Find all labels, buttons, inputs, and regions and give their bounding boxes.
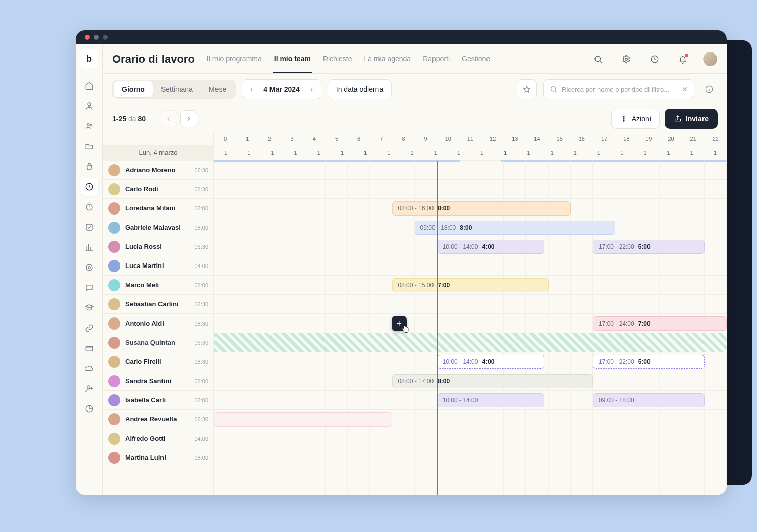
nav-pie[interactable] <box>80 400 98 418</box>
window-min-dot[interactable] <box>94 35 99 40</box>
actions-dropdown[interactable]: Azioni <box>611 109 660 129</box>
person-row[interactable]: Carlo Rodi08:30 <box>103 180 213 199</box>
nav-timer[interactable] <box>80 198 98 216</box>
svg-point-9 <box>87 386 90 389</box>
page-next[interactable] <box>180 110 197 127</box>
count-cell: 1 <box>284 145 307 160</box>
nav-bag[interactable] <box>80 157 98 176</box>
top-tab-5[interactable]: Gestione <box>461 45 491 73</box>
nav-analytics[interactable] <box>80 238 98 256</box>
shift-block[interactable]: 09:00 - 18:008:00 <box>415 221 616 235</box>
date-next[interactable]: › <box>305 85 319 93</box>
info-icon[interactable] <box>700 81 718 98</box>
person-time: 08:30 <box>194 321 208 327</box>
top-tab-4[interactable]: Rapporti <box>422 45 451 73</box>
search-icon[interactable] <box>589 50 607 68</box>
count-cell: 1 <box>307 145 331 160</box>
svg-point-16 <box>623 116 624 117</box>
nav-target[interactable] <box>80 258 98 277</box>
hour-label: 20 <box>660 132 682 145</box>
clear-icon[interactable]: ✕ <box>682 85 688 93</box>
nav-addperson[interactable] <box>80 380 98 398</box>
timeline-column: 012345678910111213141516171819202122 111… <box>214 132 727 495</box>
shift-block[interactable]: 17:00 - 22:005:00 <box>593 355 705 369</box>
view-toolbar: GiornoSettimanaMese ‹ 4 Mar 2024 › In da… <box>103 74 727 105</box>
nav-link[interactable] <box>80 319 98 337</box>
nav-cloud[interactable] <box>80 359 98 378</box>
favorite-button[interactable] <box>517 79 537 99</box>
person-row[interactable]: Susana Quintan06:30 <box>103 333 213 352</box>
nav-chat[interactable] <box>80 279 98 297</box>
person-name: Luca Martini <box>125 262 189 270</box>
nav-clock[interactable] <box>80 178 98 196</box>
shift-block[interactable]: 09:00 - 18:00 <box>593 393 705 407</box>
person-row[interactable]: Martina Luini08:00 <box>103 448 213 467</box>
person-row[interactable]: Alfredo Gotti04:00 <box>103 429 213 448</box>
window-max-dot[interactable] <box>103 35 108 40</box>
shift-block[interactable]: 17:00 - 24:007:00 <box>593 316 727 331</box>
person-name: Loredana Milani <box>125 204 189 212</box>
person-row[interactable]: Isabella Carli08:00 <box>103 391 213 410</box>
person-row[interactable]: Luca Martini04:00 <box>103 256 213 276</box>
bell-icon[interactable] <box>674 50 691 68</box>
activity-icon[interactable] <box>646 50 663 68</box>
settings-icon[interactable] <box>618 50 635 68</box>
shift-block[interactable]: 10:00 - 14:00 <box>437 393 544 407</box>
shift-block[interactable]: 10:00 - 14:004:00 <box>437 240 544 254</box>
count-cell: 1 <box>424 145 447 160</box>
avatar <box>108 452 120 464</box>
shift-block[interactable] <box>214 412 392 427</box>
avatar <box>108 183 120 195</box>
person-row[interactable]: Sebastian Carlini06:30 <box>103 295 213 314</box>
top-tab-2[interactable]: Richieste <box>322 45 353 73</box>
avatar <box>108 317 120 330</box>
count-cell: 1 <box>517 145 540 160</box>
user-avatar[interactable] <box>702 51 718 67</box>
left-nav-rail: b <box>76 44 103 495</box>
person-name: Adriano Moreno <box>125 166 189 174</box>
window-close-dot[interactable] <box>85 35 90 40</box>
view-seg-giorno[interactable]: Giorno <box>114 81 153 97</box>
shift-block[interactable]: 08:00 - 15:007:00 <box>392 278 548 292</box>
avatar <box>108 279 120 291</box>
person-row[interactable]: Andrea Revuelta06:30 <box>103 410 213 429</box>
person-name: Sandra Santini <box>125 377 189 385</box>
filter-search[interactable]: Ricerca per nome o per tipo di filtro...… <box>543 79 694 99</box>
nav-wallet[interactable] <box>80 339 98 357</box>
window-titlebar <box>76 30 727 44</box>
send-button[interactable]: Inviare <box>665 109 718 129</box>
date-prev[interactable]: ‹ <box>244 85 258 93</box>
top-tab-0[interactable]: Il mio programma <box>206 45 263 73</box>
nav-team[interactable] <box>80 117 98 135</box>
shift-block[interactable]: 08:00 - 17:008:00 <box>392 374 593 388</box>
shift-block[interactable]: 10:00 - 14:004:00 <box>437 355 544 369</box>
person-row[interactable]: Antonio Aldi08:30 <box>103 314 213 333</box>
nav-user[interactable] <box>80 97 98 115</box>
hour-label: 0 <box>214 132 236 145</box>
shift-block[interactable]: 08:00 - 16:008:00 <box>392 201 570 216</box>
nav-check[interactable] <box>80 218 98 236</box>
person-row[interactable]: Loredana Milani08:00 <box>103 199 213 218</box>
app-logo[interactable]: b <box>80 49 98 68</box>
hour-label: 6 <box>348 132 370 145</box>
nav-learn[interactable] <box>80 299 98 317</box>
top-tab-3[interactable]: La mia agenda <box>363 45 412 73</box>
view-seg-settimana[interactable]: Settimana <box>153 81 201 97</box>
person-row[interactable]: Carlo Firelli08:30 <box>103 352 213 371</box>
page-title: Orario di lavoro <box>112 52 195 66</box>
person-row[interactable]: Sandra Santini08:00 <box>103 371 213 391</box>
top-tab-1[interactable]: Il mio team <box>273 45 312 73</box>
hour-label: 13 <box>504 132 526 145</box>
person-row[interactable]: Marco Meli08:00 <box>103 276 213 295</box>
nav-home[interactable] <box>80 77 98 95</box>
shift-block[interactable]: 17:00 - 22:005:00 <box>593 240 705 254</box>
hour-label: 9 <box>415 132 437 145</box>
nav-folder[interactable] <box>80 137 98 155</box>
date-label: 4 Mar 2024 <box>258 85 305 93</box>
today-button[interactable]: In data odierna <box>328 79 392 99</box>
person-row[interactable]: Adriano Moreno06:30 <box>103 161 213 180</box>
view-seg-mese[interactable]: Mese <box>201 81 234 97</box>
person-row[interactable]: Gabriele Malavasi08:00 <box>103 218 213 237</box>
person-time: 08:00 <box>194 378 208 384</box>
person-row[interactable]: Lucia Rossi06:30 <box>103 237 213 256</box>
